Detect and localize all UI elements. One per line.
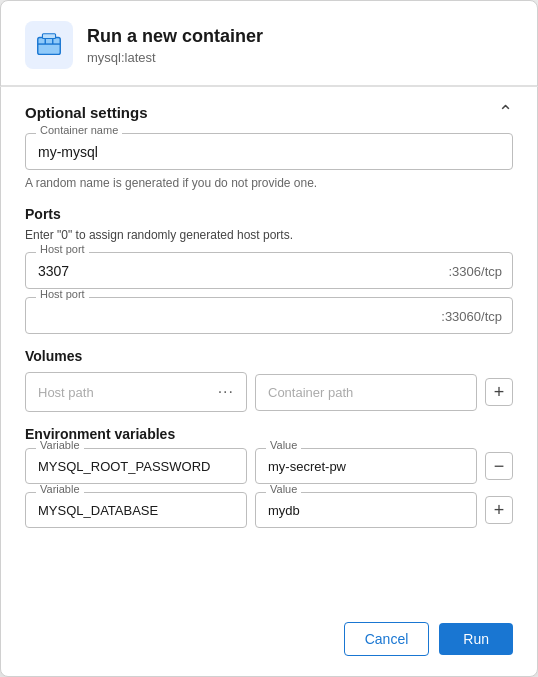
ports-section: Ports Enter "0" to assign randomly gener… xyxy=(25,206,513,334)
port-input-1[interactable] xyxy=(38,263,452,279)
port-input-2[interactable] xyxy=(38,308,452,324)
port-fieldset-2: Host port :33060/tcp xyxy=(25,297,513,334)
container-name-field: Container name xyxy=(25,133,513,170)
env-row-2: Variable Value + xyxy=(25,492,513,528)
cancel-button[interactable]: Cancel xyxy=(344,622,430,656)
volumes-section: Volumes Host path ··· + xyxy=(25,348,513,412)
port-legend-2: Host port xyxy=(36,289,89,300)
env-var-field-1: Variable xyxy=(25,448,247,484)
env-val-legend-1: Value xyxy=(266,440,301,451)
env-var-legend-2: Variable xyxy=(36,484,84,495)
run-container-dialog: Run a new container mysql:latest Optiona… xyxy=(0,0,538,677)
optional-settings-title: Optional settings xyxy=(25,104,148,121)
env-val-field-1: Value xyxy=(255,448,477,484)
env-var-input-2[interactable] xyxy=(38,503,234,518)
browse-icon: ··· xyxy=(218,383,234,401)
env-remove-button-1[interactable]: − xyxy=(485,452,513,480)
container-name-legend: Container name xyxy=(36,125,122,136)
env-row-1: Variable Value − xyxy=(25,448,513,484)
host-path-label: Host path xyxy=(38,385,94,400)
env-val-input-1[interactable] xyxy=(268,459,464,474)
ports-title: Ports xyxy=(25,206,513,222)
container-path-input[interactable] xyxy=(268,385,464,400)
volume-add-button[interactable]: + xyxy=(485,378,513,406)
container-name-hint: A random name is generated if you do not… xyxy=(25,176,513,190)
env-var-field-2: Variable xyxy=(25,492,247,528)
env-vars-section: Environment variables Variable Value − V… xyxy=(25,426,513,528)
svg-rect-4 xyxy=(42,34,55,39)
host-path-field[interactable]: Host path ··· xyxy=(25,372,247,412)
dialog-header: Run a new container mysql:latest xyxy=(1,1,537,86)
env-val-input-2[interactable] xyxy=(268,503,464,518)
container-icon xyxy=(25,21,73,69)
port-row-1: Host port :3306/tcp xyxy=(25,252,513,289)
port-suffix-1: :3306/tcp xyxy=(449,263,503,278)
chevron-up-icon: ⌃ xyxy=(498,103,513,121)
env-add-button-2[interactable]: + xyxy=(485,496,513,524)
dialog-body: Optional settings ⌃ Container name A ran… xyxy=(1,87,537,610)
volume-row: Host path ··· + xyxy=(25,372,513,412)
container-path-field xyxy=(255,374,477,411)
dialog-title: Run a new container xyxy=(87,25,263,48)
dialog-subtitle: mysql:latest xyxy=(87,50,263,65)
env-val-field-2: Value xyxy=(255,492,477,528)
dialog-footer: Cancel Run xyxy=(1,610,537,676)
svg-rect-0 xyxy=(38,38,61,55)
volumes-title: Volumes xyxy=(25,348,513,364)
port-fieldset-1: Host port :3306/tcp xyxy=(25,252,513,289)
env-var-legend-1: Variable xyxy=(36,440,84,451)
port-legend-1: Host port xyxy=(36,244,89,255)
run-button[interactable]: Run xyxy=(439,623,513,655)
env-var-input-1[interactable] xyxy=(38,459,234,474)
env-val-legend-2: Value xyxy=(266,484,301,495)
port-row-2: Host port :33060/tcp xyxy=(25,297,513,334)
ports-hint: Enter "0" to assign randomly generated h… xyxy=(25,228,513,242)
header-text: Run a new container mysql:latest xyxy=(87,25,263,65)
container-name-input[interactable] xyxy=(38,144,500,160)
